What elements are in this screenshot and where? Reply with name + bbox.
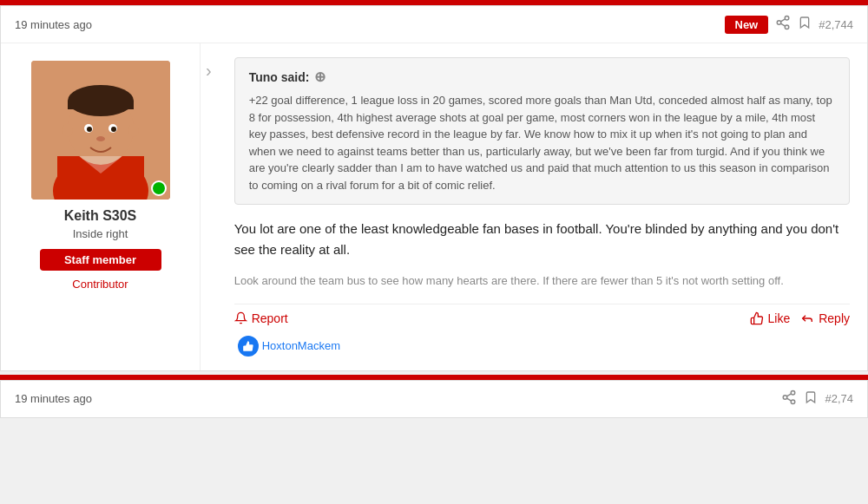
avatar-wrapper: [31, 61, 170, 200]
quote-author: Tuno said: ⊕: [249, 69, 835, 85]
post-actions: Report Like: [234, 304, 850, 325]
collapse-arrow[interactable]: ›: [201, 43, 217, 370]
next-post-header: 19 minutes ago #2,74: [1, 381, 867, 417]
svg-point-15: [111, 127, 116, 132]
action-left: Report: [234, 311, 288, 325]
staff-badge: Staff member: [40, 249, 161, 271]
svg-point-14: [87, 127, 92, 132]
action-right: Like Reply: [750, 311, 850, 325]
svg-point-18: [128, 123, 139, 137]
reactions-row: HoxtonMackem: [234, 336, 850, 357]
contributor-label: Contributor: [72, 278, 128, 291]
svg-point-1: [777, 21, 781, 25]
user-name: Keith S30S: [64, 208, 137, 224]
quote-author-name: Tuno said:: [249, 70, 310, 84]
quote-expand-icon[interactable]: ⊕: [314, 69, 326, 85]
svg-point-19: [792, 390, 796, 395]
quote-text: +22 goal difference, 1 league loss in 20…: [249, 92, 835, 193]
svg-line-23: [787, 393, 792, 396]
svg-point-0: [785, 16, 789, 21]
svg-rect-11: [68, 101, 134, 109]
bookmark-icon[interactable]: [798, 15, 812, 34]
next-post-number: #2,74: [825, 392, 853, 405]
post-header: 19 minutes ago New #2,744: [1, 6, 867, 43]
like-button[interactable]: Like: [750, 311, 791, 325]
svg-line-3: [781, 23, 786, 26]
user-role: Inside right: [73, 227, 128, 240]
post-header-actions: New #2,744: [725, 15, 854, 34]
secondary-post-text: Look around the team bus to see how many…: [234, 272, 850, 290]
next-post-header-actions: #2,74: [781, 389, 853, 409]
report-label: Report: [252, 311, 288, 325]
user-avatar: [31, 61, 170, 200]
quote-block: Tuno said: ⊕ +22 goal difference, 1 leag…: [234, 57, 850, 205]
reaction-avatar: [238, 336, 259, 357]
share-icon[interactable]: [775, 15, 791, 34]
svg-point-2: [785, 25, 789, 29]
reply-button[interactable]: Reply: [800, 311, 850, 325]
post-body: Keith S30S Inside right Staff member Con…: [1, 43, 867, 370]
post-content: Tuno said: ⊕ +22 goal difference, 1 leag…: [217, 43, 867, 370]
svg-point-17: [62, 123, 73, 137]
next-share-icon[interactable]: [781, 389, 797, 409]
post-card: 19 minutes ago New #2,744: [0, 5, 868, 371]
user-sidebar: Keith S30S Inside right Staff member Con…: [1, 43, 201, 370]
report-button[interactable]: Report: [234, 311, 288, 325]
reply-label: Reply: [819, 311, 850, 325]
reaction-username[interactable]: HoxtonMackem: [262, 339, 340, 352]
next-post-preview: 19 minutes ago #2,74: [0, 380, 868, 418]
like-label: Like: [768, 311, 791, 325]
svg-line-4: [781, 19, 786, 22]
post-number: #2,744: [819, 18, 853, 31]
svg-line-22: [787, 398, 792, 401]
next-bookmark-icon[interactable]: [804, 389, 818, 409]
post-timestamp: 19 minutes ago: [15, 18, 92, 31]
svg-point-20: [784, 395, 788, 399]
page-wrapper: 19 minutes ago New #2,744: [0, 0, 868, 418]
svg-point-21: [792, 400, 796, 404]
new-badge: New: [725, 16, 769, 34]
online-indicator: [151, 180, 167, 196]
svg-point-16: [96, 136, 105, 141]
main-post-text: You lot are one of the least knowledgeab…: [234, 219, 850, 260]
next-post-timestamp: 19 minutes ago: [15, 392, 92, 405]
